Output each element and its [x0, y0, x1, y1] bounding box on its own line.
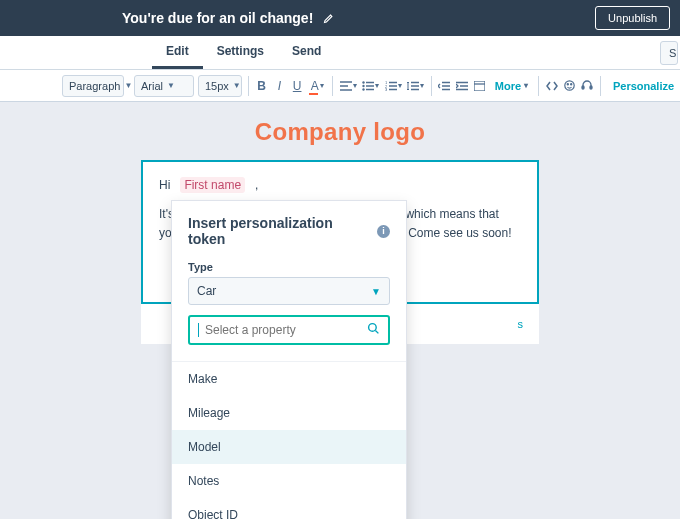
option-label: Mileage [188, 406, 230, 420]
property-list: Make Mileage Model Notes Object ID [172, 361, 406, 519]
pencil-icon[interactable] [323, 12, 335, 24]
toolbar-separator [600, 76, 601, 96]
list-numbered-icon[interactable]: 123 ▾ [384, 75, 402, 97]
type-label: Type [188, 261, 390, 273]
option-label: Notes [188, 474, 219, 488]
tab-edit[interactable]: Edit [152, 36, 203, 69]
underline-icon[interactable]: U [290, 75, 304, 97]
token-first-name[interactable]: First name [180, 177, 245, 193]
personalization-popover: Insert personalization token i Type Car … [171, 200, 407, 519]
svg-point-9 [571, 84, 572, 85]
unpublish-button[interactable]: Unpublish [595, 6, 670, 30]
property-option-model[interactable]: Model [172, 430, 406, 464]
page-title-wrap: You're due for an oil change! [122, 10, 335, 26]
type-dropdown-value: Car [197, 284, 216, 298]
info-icon[interactable]: i [377, 225, 390, 238]
property-search-wrap[interactable] [188, 315, 390, 345]
align-icon[interactable]: ▾ [339, 75, 357, 97]
company-logo-placeholder[interactable]: Company logo [0, 118, 680, 146]
editor-canvas: Company logo Hi First name , It's been 9… [0, 102, 680, 519]
type-dropdown[interactable]: Car ▼ [188, 277, 390, 305]
option-label: Object ID [188, 508, 238, 519]
fontsize-select-value: 15px [205, 80, 229, 92]
line-height-icon[interactable]: ▾ [406, 75, 424, 97]
page-title: You're due for an oil change! [122, 10, 313, 26]
outdent-icon[interactable] [437, 75, 451, 97]
tab-label: Send [292, 44, 321, 58]
property-option-objectid[interactable]: Object ID [172, 498, 406, 519]
svg-point-12 [369, 324, 377, 332]
toolbar-separator [431, 76, 432, 96]
option-label: Model [188, 440, 221, 454]
toolbar-separator [332, 76, 333, 96]
text-color-icon[interactable]: A ▾ [308, 75, 326, 97]
tab-label: Edit [166, 44, 189, 58]
tab-send[interactable]: Send [278, 36, 335, 69]
more-label: More [495, 80, 521, 92]
bold-icon[interactable]: B [255, 75, 269, 97]
code-icon[interactable] [545, 75, 559, 97]
svg-rect-11 [590, 86, 592, 89]
italic-icon[interactable]: I [272, 75, 286, 97]
chevron-down-icon: ▾ [524, 81, 528, 90]
toolbar-separator [248, 76, 249, 96]
font-select[interactable]: Arial ▼ [134, 75, 194, 97]
toolbar-separator [538, 76, 539, 96]
chevron-down-icon: ▼ [167, 81, 175, 90]
tab-label: Settings [217, 44, 264, 58]
font-select-value: Arial [141, 80, 163, 92]
greeting-suffix: , [255, 178, 258, 192]
search-icon[interactable] [367, 322, 380, 338]
property-option-notes[interactable]: Notes [172, 464, 406, 498]
property-search-input[interactable] [205, 323, 361, 337]
body-after-text: . Come see us soon! [401, 226, 511, 240]
indent-icon[interactable] [455, 75, 469, 97]
option-label: Make [188, 372, 217, 386]
svg-text:3: 3 [385, 87, 388, 91]
headset-icon[interactable] [580, 75, 594, 97]
chevron-down-icon: ▼ [124, 81, 132, 90]
text-cursor-icon [198, 323, 199, 337]
property-option-make[interactable]: Make [172, 362, 406, 396]
style-select-value: Paragraph [69, 80, 120, 92]
tab-settings[interactable]: Settings [203, 36, 278, 69]
popover-title-wrap: Insert personalization token i [172, 215, 406, 255]
personalize-button[interactable]: Personalize [607, 80, 680, 92]
svg-point-1 [363, 84, 365, 86]
chevron-down-icon: ▼ [233, 81, 241, 90]
property-option-mileage[interactable]: Mileage [172, 396, 406, 430]
greeting-prefix: Hi [159, 178, 170, 192]
svg-rect-10 [582, 86, 584, 89]
popover-title: Insert personalization token [188, 215, 371, 247]
svg-point-2 [363, 88, 365, 90]
svg-point-0 [363, 81, 365, 83]
chevron-down-icon: ▼ [371, 286, 381, 297]
tabs-row: Edit Settings Send S [0, 36, 680, 70]
insert-block-icon[interactable] [473, 75, 487, 97]
svg-rect-6 [474, 81, 485, 91]
fontsize-select[interactable]: 15px ▼ [198, 75, 242, 97]
style-select[interactable]: Paragraph ▼ [62, 75, 124, 97]
footer-link-fragment[interactable]: s [518, 318, 524, 330]
greeting-line: Hi First name , [159, 176, 521, 195]
svg-point-8 [567, 84, 568, 85]
more-dropdown[interactable]: More ▾ [491, 80, 532, 92]
smile-icon[interactable] [563, 75, 577, 97]
right-edge-button[interactable]: S [660, 41, 678, 65]
app-header: You're due for an oil change! Unpublish [0, 0, 680, 36]
editor-toolbar: Paragraph ▼ Arial ▼ 15px ▼ B I U A ▾ ▾ ▾… [0, 70, 680, 102]
list-bullet-icon[interactable]: ▾ [362, 75, 380, 97]
